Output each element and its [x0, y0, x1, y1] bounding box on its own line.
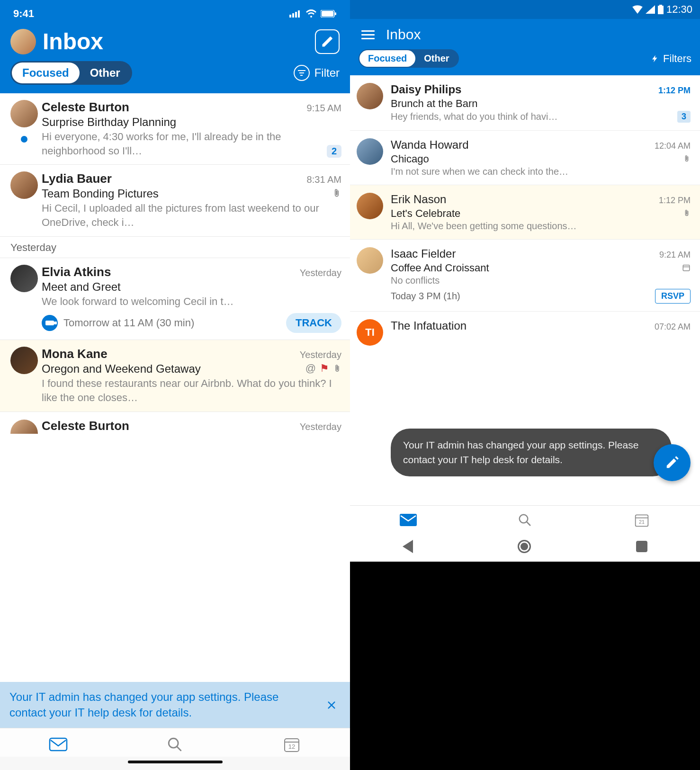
sender-avatar: TI [357, 319, 383, 346]
svg-rect-0 [289, 15, 291, 18]
filter-icon [294, 65, 310, 81]
message-row[interactable]: Celeste Burton Yesterday [0, 412, 350, 440]
tab-focused[interactable]: Focused [12, 63, 80, 83]
tab-focused[interactable]: Focused [359, 50, 415, 67]
message-time: 12:04 AM [655, 141, 691, 151]
close-icon [326, 700, 337, 710]
message-preview: Hey friends, what do you think of havi… [391, 111, 673, 122]
cellular-icon [646, 5, 655, 14]
message-row[interactable]: Mona Kane Yesterday Oregon and Weekend G… [0, 340, 350, 412]
menu-button[interactable] [361, 30, 375, 39]
calendar-mini-icon [682, 263, 691, 272]
sender-name: Isaac Fielder [391, 247, 659, 260]
sender-name: Erik Nason [391, 193, 659, 206]
attachment-icon [683, 208, 691, 218]
tab-other[interactable]: Other [415, 50, 458, 67]
sender-name: Daisy Philips [391, 83, 658, 96]
message-time: 1:12 PM [659, 196, 691, 206]
attachment-icon [333, 364, 341, 373]
message-preview: Hi All, We've been getting some question… [391, 221, 691, 232]
ios-status-bar: 9:41 [0, 5, 350, 20]
event-row: Tomorrow at 11 AM (30 min) TRACK [42, 313, 341, 333]
svg-text:21: 21 [639, 519, 645, 525]
sender-name: The Infatuation [391, 319, 655, 332]
mail-icon [400, 514, 417, 526]
svg-text:12: 12 [288, 743, 295, 750]
message-subject: Oregon and Weekend Getaway [42, 362, 305, 376]
message-row[interactable]: Erik Nason 1:12 PM Let's Celebrate Hi Al… [350, 185, 700, 240]
sender-name: Celeste Burton [42, 419, 300, 433]
message-row[interactable]: Celeste Burton 9:15 AM Surprise Birthday… [0, 93, 350, 165]
ios-message-list[interactable]: Celeste Burton 9:15 AM Surprise Birthday… [0, 93, 350, 682]
calendar-icon: 21 [634, 512, 649, 528]
calendar-icon: 12 [283, 736, 300, 753]
message-subject: Team Bonding Pictures [42, 187, 332, 200]
sender-avatar [10, 171, 38, 199]
attachment-icon [683, 154, 691, 163]
pencil-icon [665, 456, 679, 470]
message-preview: Hi Cecil, I uploaded all the pictures fr… [42, 201, 341, 229]
message-row[interactable]: Isaac Fielder 9:21 AM Coffee And Croissa… [350, 240, 700, 312]
tab-calendar[interactable]: 12 [233, 736, 350, 753]
message-row[interactable]: Daisy Philips 1:12 PM Brunch at the Barn… [350, 75, 700, 131]
nav-home-icon[interactable] [518, 540, 531, 553]
home-indicator[interactable] [128, 761, 223, 763]
message-row[interactable]: TI The Infatuation 07:02 AM [350, 312, 700, 353]
sender-avatar [357, 193, 383, 219]
toast-text: Your IT admin has changed your app setti… [403, 439, 638, 465]
message-preview: We look forward to welcoming Cecil in t… [42, 295, 341, 309]
focus-toggle: Focused Other [359, 49, 459, 68]
filter-label: Filter [314, 66, 340, 80]
wifi-icon [632, 5, 643, 14]
nav-back-icon[interactable] [403, 540, 413, 553]
it-admin-banner: Your IT admin has changed your app setti… [0, 682, 350, 728]
search-icon [518, 513, 532, 527]
message-preview: Hi everyone, 4:30 works for me, I'll alr… [42, 130, 322, 158]
focus-toggle: Focused Other [10, 61, 132, 85]
compose-fab[interactable] [654, 444, 691, 481]
filters-button[interactable]: Filters [651, 53, 691, 65]
android-tab-bar: 21 [350, 505, 700, 533]
message-subject: Chicago [391, 153, 683, 165]
tab-calendar[interactable]: 21 [583, 512, 700, 528]
sender-avatar [10, 265, 38, 292]
filters-label: Filters [663, 53, 691, 65]
ios-header: 9:41 Inbox Focused Other Fi [0, 0, 350, 93]
mention-icon: @ [305, 362, 316, 375]
banner-text: Your IT admin has changed your app setti… [9, 689, 314, 720]
message-time: Yesterday [300, 421, 341, 432]
message-time: 8:31 AM [307, 174, 341, 185]
tab-mail[interactable] [0, 736, 117, 753]
message-row[interactable]: Elvia Atkins Yesterday Meet and Greet We… [0, 258, 350, 340]
nav-recents-icon[interactable] [636, 541, 647, 552]
tab-search[interactable] [467, 512, 583, 528]
tab-other[interactable]: Other [80, 63, 131, 83]
message-time: 9:21 AM [659, 250, 691, 260]
it-admin-toast: Your IT admin has changed your app setti… [391, 429, 672, 476]
android-header: Inbox Focused Other Filters [350, 19, 700, 75]
search-icon [167, 736, 183, 752]
message-row[interactable]: Lydia Bauer 8:31 AM Team Bonding Picture… [0, 165, 350, 236]
track-button[interactable]: TRACK [286, 313, 341, 333]
sender-avatar [357, 83, 383, 109]
rsvp-button[interactable]: RSVP [655, 289, 691, 304]
no-conflicts-text: No conflicts [391, 275, 691, 286]
tab-search[interactable] [117, 736, 233, 753]
message-subject: Brunch at the Barn [391, 98, 691, 110]
message-subject: Surprise Birthday Planning [42, 116, 341, 129]
banner-close-button[interactable] [323, 696, 341, 714]
compose-button[interactable] [315, 29, 340, 54]
message-row[interactable]: Wanda Howard 12:04 AM Chicago I'm not su… [350, 131, 700, 185]
sender-avatar [357, 247, 383, 274]
compose-icon [321, 35, 334, 48]
filter-button[interactable]: Filter [294, 65, 340, 81]
sender-avatar [357, 138, 383, 165]
inbox-title: Inbox [386, 27, 421, 43]
svg-rect-13 [659, 5, 662, 6]
sender-name: Celeste Burton [42, 100, 307, 115]
delivery-icon [42, 315, 58, 331]
sender-avatar [10, 100, 38, 127]
tab-mail[interactable] [350, 512, 467, 528]
account-avatar[interactable] [10, 29, 36, 54]
thread-count-badge: 3 [677, 111, 691, 123]
